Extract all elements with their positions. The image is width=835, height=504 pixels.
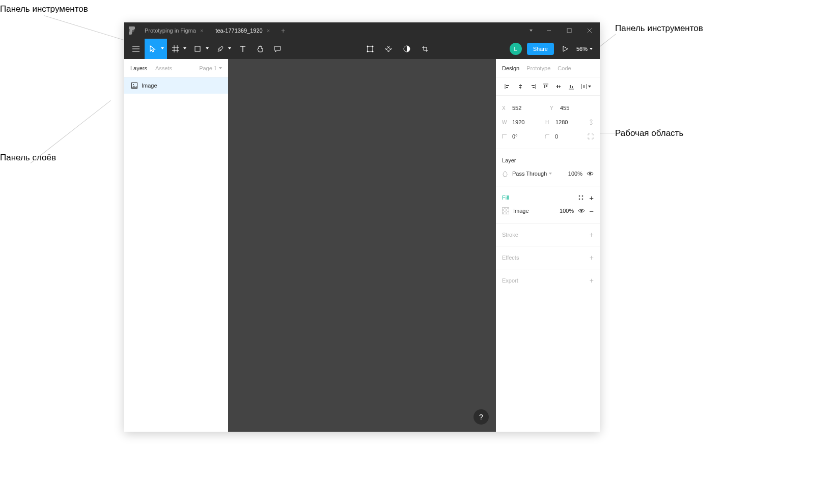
titlebar: Prototyping in Figma × tea-1771369_1920 … — [124, 22, 600, 39]
svg-rect-27 — [519, 85, 522, 86]
layer-row-image[interactable]: Image — [124, 77, 228, 94]
y-input[interactable]: 455 — [560, 105, 589, 111]
chevron-down-icon — [161, 47, 164, 49]
hand-tool-button[interactable] — [252, 39, 269, 59]
tab-prototyping[interactable]: Prototyping in Figma × — [140, 22, 210, 39]
independent-corners-icon[interactable] — [588, 133, 594, 139]
align-left-icon[interactable] — [505, 83, 511, 90]
add-tab-button[interactable]: + — [277, 26, 289, 35]
add-export-button[interactable]: + — [590, 276, 594, 285]
close-icon[interactable]: × — [267, 27, 270, 34]
comment-tool-button[interactable] — [269, 39, 286, 59]
crop-icon — [422, 45, 429, 52]
edit-object-button[interactable] — [361, 39, 379, 59]
shape-tool-button[interactable] — [189, 39, 212, 59]
maximize-button[interactable] — [559, 22, 579, 39]
align-hcenter-icon[interactable] — [517, 83, 523, 90]
svg-rect-36 — [557, 85, 558, 88]
transform-section: X552 Y455 W1920 H1280 0° 0 — [496, 96, 600, 149]
figma-logo-icon[interactable] — [124, 26, 140, 35]
svg-rect-12 — [195, 46, 200, 51]
tab-design[interactable]: Design — [502, 65, 519, 71]
zoom-dropdown[interactable]: 56% — [572, 46, 597, 52]
chevron-down-icon — [206, 47, 209, 49]
toolbar: L Share 56% — [124, 39, 600, 59]
move-tool-button[interactable] — [145, 39, 167, 59]
user-avatar[interactable]: L — [510, 43, 522, 55]
visibility-toggle[interactable] — [587, 170, 594, 177]
component-icon — [385, 45, 392, 52]
chevron-down-icon[interactable] — [523, 22, 539, 39]
svg-rect-34 — [546, 85, 547, 87]
corner-input[interactable]: 0 — [555, 133, 583, 139]
canvas-workspace[interactable]: ? — [228, 59, 496, 432]
chevron-down-icon — [219, 67, 222, 69]
svg-point-16 — [367, 46, 369, 47]
page-selector[interactable]: Page 1 — [199, 65, 222, 71]
tab-layers[interactable]: Layers — [130, 65, 147, 71]
svg-rect-43 — [583, 85, 584, 88]
x-label: X — [502, 105, 509, 111]
layer-section: Layer Pass Through 100% — [496, 149, 600, 186]
edit-object-icon — [367, 45, 374, 52]
play-icon — [562, 46, 568, 52]
chevron-down-icon — [588, 86, 591, 88]
align-right-icon[interactable] — [530, 83, 536, 90]
add-effect-button[interactable]: + — [590, 254, 594, 262]
fill-opacity-input[interactable]: 100% — [560, 208, 574, 214]
layer-opacity-input[interactable]: 100% — [568, 171, 582, 177]
align-vcenter-icon[interactable] — [555, 83, 562, 90]
svg-rect-40 — [572, 86, 573, 88]
image-icon — [131, 82, 137, 89]
distribute-icon[interactable] — [581, 83, 591, 90]
present-button[interactable] — [558, 39, 572, 59]
help-button[interactable]: ? — [474, 409, 489, 425]
h-input[interactable]: 1280 — [555, 119, 584, 125]
tab-prototype[interactable]: Prototype — [526, 65, 550, 71]
svg-rect-24 — [506, 85, 509, 86]
component-button[interactable] — [380, 39, 397, 59]
text-tool-button[interactable] — [234, 39, 252, 59]
tab-code[interactable]: Code — [558, 65, 571, 71]
chevron-down-icon — [590, 48, 593, 50]
close-icon[interactable]: × — [200, 27, 203, 34]
rotation-input[interactable]: 0° — [512, 133, 541, 139]
fill-title: Fill — [502, 194, 509, 201]
align-bottom-icon[interactable] — [568, 83, 574, 90]
style-icon[interactable] — [578, 194, 584, 201]
svg-rect-37 — [559, 86, 560, 88]
frame-tool-button[interactable] — [167, 39, 189, 59]
crop-button[interactable] — [416, 39, 434, 59]
blend-mode-dropdown[interactable]: Pass Through — [512, 171, 564, 177]
export-section: Export + — [496, 269, 600, 292]
add-fill-button[interactable]: + — [589, 193, 594, 202]
svg-point-45 — [579, 195, 580, 197]
minimize-button[interactable] — [539, 22, 559, 39]
add-stroke-button[interactable]: + — [590, 231, 594, 239]
tab-tea-image[interactable]: tea-1771369_1920 × — [210, 22, 277, 39]
w-input[interactable]: 1920 — [512, 119, 541, 125]
menu-button[interactable] — [127, 39, 145, 59]
tab-assets[interactable]: Assets — [155, 65, 172, 71]
window-close-button[interactable] — [579, 22, 600, 39]
svg-point-17 — [372, 46, 374, 47]
svg-rect-25 — [506, 87, 508, 88]
remove-fill-button[interactable]: − — [589, 207, 594, 215]
right-panel-tabs: Design Prototype Code — [496, 59, 600, 77]
rotation-icon — [502, 134, 509, 139]
layer-title: Layer — [502, 157, 516, 163]
align-top-icon[interactable] — [543, 83, 549, 90]
x-input[interactable]: 552 — [512, 105, 541, 111]
svg-point-18 — [367, 51, 369, 52]
constrain-proportions-icon[interactable] — [589, 119, 594, 126]
share-button[interactable]: Share — [527, 43, 554, 55]
fill-visibility-toggle[interactable] — [578, 207, 585, 214]
zoom-value: 56% — [576, 46, 588, 52]
mask-button[interactable] — [398, 39, 415, 59]
pen-tool-button[interactable] — [212, 39, 234, 59]
w-label: W — [502, 120, 509, 125]
fill-swatch[interactable] — [502, 207, 509, 214]
svg-rect-30 — [532, 85, 535, 86]
tab-label: tea-1771369_1920 — [215, 27, 262, 34]
hand-icon — [257, 45, 264, 52]
